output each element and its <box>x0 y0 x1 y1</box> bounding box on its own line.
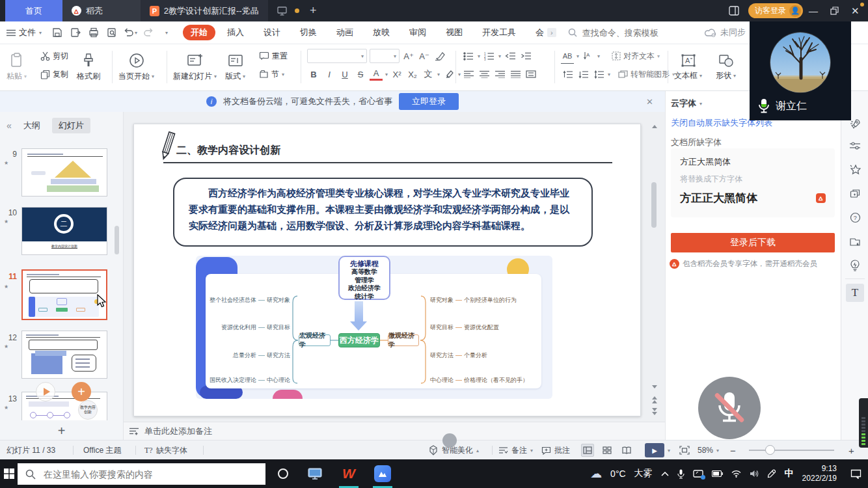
scroll-up-icon[interactable] <box>652 125 657 128</box>
slide-thumbnail-13[interactable]: 教学内容创新 <box>21 392 107 420</box>
line-spacing-down-button[interactable] <box>576 66 590 82</box>
menu-tab-view[interactable]: 视图 <box>438 25 470 40</box>
wps-app-icon[interactable]: W <box>334 459 363 488</box>
slide-editor[interactable]: 二、教学内容设计创新 西方经济学作为高校经济管理类专业核心课程，对学生深入专业学… <box>124 112 665 422</box>
slide-thumbnail-11-selected[interactable] <box>21 269 107 320</box>
ime-indicator[interactable]: 中 <box>785 468 794 480</box>
align-left-button[interactable] <box>462 66 475 82</box>
wifi-icon[interactable] <box>731 470 741 478</box>
play-options-caret[interactable]: ▾ <box>668 441 670 460</box>
normal-view-button[interactable] <box>581 444 594 457</box>
battery-icon[interactable] <box>712 470 723 477</box>
start-button[interactable] <box>0 459 18 488</box>
slide-title[interactable]: 二、教学内容设计创新 <box>176 144 280 157</box>
strikethrough-button[interactable]: S <box>354 66 367 82</box>
new-tab-button[interactable]: + <box>310 4 317 18</box>
font-size-select[interactable]: ▾ <box>370 49 400 63</box>
superscript-button[interactable]: X² <box>390 66 403 82</box>
underline-button[interactable]: U <box>338 66 351 82</box>
slide-thumbnail-12[interactable] <box>21 331 107 379</box>
paste-button[interactable]: 粘贴▾ <box>7 47 27 87</box>
align-right-button[interactable] <box>493 66 506 82</box>
slide-scrollbar[interactable] <box>649 112 660 422</box>
file-menu[interactable]: 文件 ▾ <box>0 27 48 38</box>
save-icon[interactable] <box>50 25 64 40</box>
pen-tray-icon[interactable] <box>767 469 776 478</box>
bold-button[interactable]: B <box>307 66 320 82</box>
theme-name[interactable]: Office 主题 <box>83 441 121 460</box>
slide-thumbnail-9[interactable] <box>21 148 107 197</box>
intro-text-box[interactable]: 西方经济学作为高校经济管理类专业核心课程，对学生深入专业学术研究及专业毕业要求有… <box>173 178 593 247</box>
mic-tray-icon[interactable] <box>677 469 685 479</box>
menu-tab-slideshow[interactable]: 放映 <box>365 25 398 40</box>
copy-button[interactable]: 复制 <box>40 65 68 83</box>
comments-button[interactable]: 批注 <box>541 441 570 460</box>
screen-share-tray-icon[interactable] <box>693 470 703 478</box>
next-slide-button[interactable] <box>649 407 660 415</box>
subscript-button[interactable]: X₂ <box>406 66 419 82</box>
minimize-button[interactable]: — <box>809 0 818 21</box>
slide-scrollbar-thumb[interactable] <box>651 182 657 228</box>
toggle-sidebar-icon[interactable] <box>729 0 739 21</box>
section-button[interactable]: 节 ▾ <box>259 65 288 83</box>
fonts-panel-icon-active[interactable]: T <box>846 284 864 302</box>
download-after-login-button[interactable]: 登录后下载 <box>671 233 835 252</box>
zoom-out-button[interactable]: − <box>730 441 736 460</box>
pinyin-button[interactable]: 文 <box>422 66 435 82</box>
tab-slides[interactable]: 幻灯片 <box>52 118 90 133</box>
thumb-add-button[interactable]: + <box>72 382 91 401</box>
menu-tab-animation[interactable]: 动画 <box>329 25 361 40</box>
collapse-panel-icon[interactable]: « <box>7 120 12 131</box>
tab-home[interactable]: 首页 <box>5 0 62 21</box>
guest-login-button[interactable]: 访客登录 👤 <box>748 3 803 18</box>
taskbar-clock[interactable]: 9:13 2022/2/19 <box>802 464 837 483</box>
slide-thumbnail-10[interactable]: 二 教学内容设计创新 <box>21 207 107 255</box>
weather-temp[interactable]: 0°C <box>610 468 626 479</box>
notes-bar[interactable]: 单击此处添加备注 <box>124 422 665 440</box>
present-monitor-icon[interactable] <box>277 7 287 16</box>
previous-slide-button[interactable] <box>649 396 660 403</box>
zoom-slider-track[interactable] <box>749 450 834 451</box>
menu-tab-transition[interactable]: 切换 <box>292 25 325 40</box>
current-slide[interactable]: 二、教学内容设计创新 西方经济学作为高校经济管理类专业核心课程，对学生深入专业学… <box>133 124 641 416</box>
chevron-right-icon[interactable]: › <box>547 28 556 37</box>
restore-button[interactable] <box>830 0 839 21</box>
bullet-list-button[interactable] <box>462 48 475 64</box>
thumbnails-scrollbar[interactable] <box>115 226 119 254</box>
floating-scroll-knob[interactable] <box>442 433 457 448</box>
panel-title[interactable]: 云字体 ▾ <box>671 98 702 109</box>
close-button[interactable]: ✕ <box>851 0 860 21</box>
print-preview-icon[interactable] <box>105 25 119 40</box>
scroll-down-icon[interactable] <box>649 384 660 390</box>
adjust-sliders-icon[interactable] <box>847 138 863 154</box>
close-notification-icon[interactable]: ✕ <box>646 97 653 107</box>
zoom-in-button[interactable]: + <box>848 441 854 460</box>
font-color-button[interactable]: A <box>370 68 383 81</box>
reading-view-button[interactable] <box>620 444 633 457</box>
taskbar-search-input[interactable] <box>42 468 237 480</box>
menu-tab-home[interactable]: 开始 <box>183 25 215 40</box>
help-icon[interactable]: ? <box>847 210 863 225</box>
menu-tab-devtools[interactable]: 开发工具 <box>474 25 524 40</box>
increase-indent-button[interactable] <box>519 48 532 64</box>
speaker-icon[interactable] <box>750 470 759 478</box>
decrease-font-button[interactable]: A⁻ <box>418 48 431 64</box>
text-direction-button[interactable]: A <box>582 48 595 64</box>
distribute-button[interactable] <box>524 66 537 82</box>
char-border-button[interactable]: AB <box>561 48 574 64</box>
mute-toggle-button[interactable] <box>698 377 761 439</box>
to-smart-graphic-button[interactable]: 转智能图形▾ <box>618 65 675 83</box>
zoom-slider-knob[interactable] <box>765 445 775 455</box>
text-box-button[interactable]: A 文本框▾ <box>674 47 702 87</box>
fit-slide-button[interactable] <box>679 441 690 460</box>
action-center-icon[interactable] <box>850 469 861 479</box>
add-slide-button[interactable]: + <box>0 422 124 440</box>
line-spacing-up-button[interactable] <box>561 66 574 82</box>
task-view-icon[interactable] <box>301 459 329 488</box>
effects-star-icon[interactable] <box>847 161 863 177</box>
clear-format-icon[interactable] <box>433 48 446 64</box>
decrease-indent-button[interactable] <box>504 48 517 64</box>
sync-status[interactable]: 未同步 <box>705 27 746 38</box>
redo-icon[interactable] <box>141 25 156 40</box>
reset-button[interactable]: 重置 <box>259 47 288 65</box>
